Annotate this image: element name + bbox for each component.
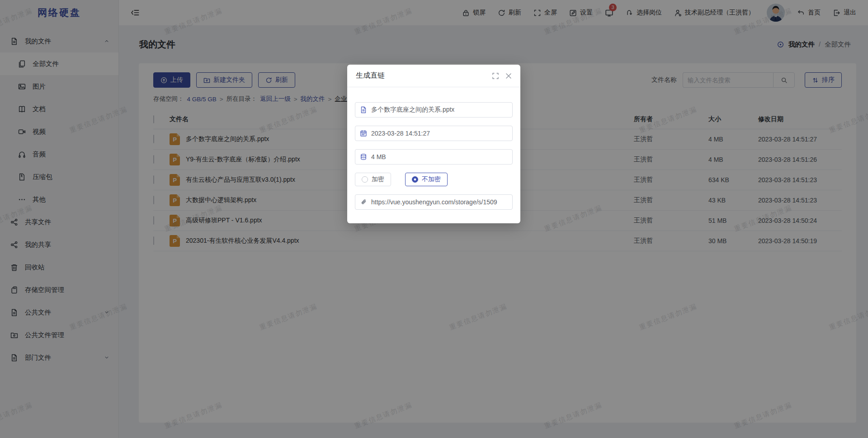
dialog-body: 多个数字底座之间的关系.pptx 2023-03-28 14:51:27 4 M… [347,87,520,210]
no-encrypt-radio[interactable]: 不加密 [405,173,448,186]
dialog-title: 生成直链 [356,71,385,80]
paperclip-icon [360,198,367,206]
database-icon [360,153,367,160]
radio-off-icon [362,176,368,183]
radio-on-icon [412,176,418,183]
encryption-options: 加密 不加密 [355,173,513,186]
link-file-name-field[interactable]: 多个数字底座之间的关系.pptx [355,102,513,118]
dialog-header: 生成直链 [347,65,520,87]
close-dialog-icon[interactable] [505,73,512,79]
link-date-field[interactable]: 2023-03-28 14:51:27 [355,126,513,141]
link-size-field[interactable]: 4 MB [355,149,513,165]
maximize-dialog-icon[interactable] [492,73,499,79]
calendar-icon [360,130,367,137]
encrypt-radio[interactable]: 加密 [355,173,391,186]
generate-link-dialog: 生成直链 多个数字底座之间的关系.pptx 2023-03-28 14:51:2… [347,65,520,223]
direct-link-field[interactable]: https://vue.youshengyun.com/storage/s/15… [355,194,513,210]
file-icon [360,106,367,113]
